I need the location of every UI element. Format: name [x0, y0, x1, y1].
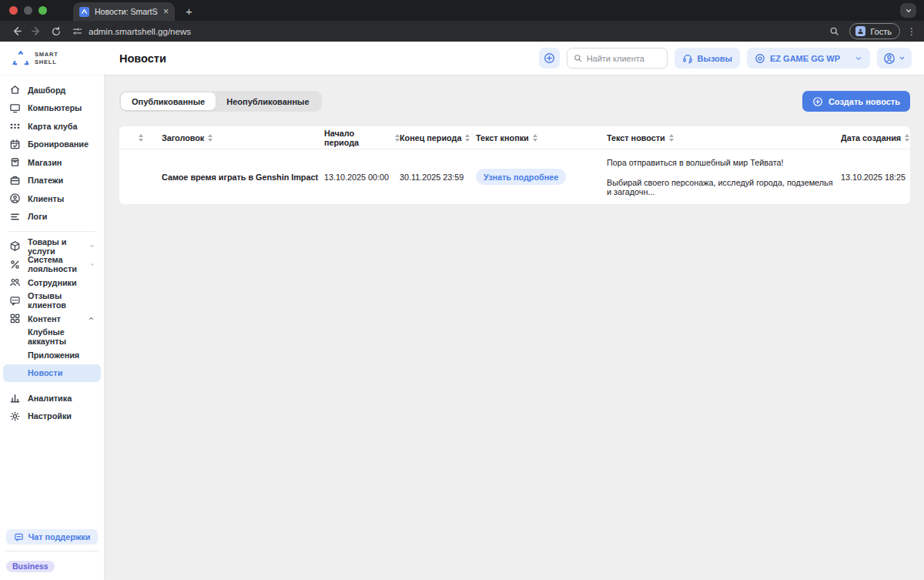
- tab-published[interactable]: Опубликованные: [121, 92, 216, 110]
- url-text: admin.smartshell.gg/news: [89, 27, 191, 36]
- minimize-window-button[interactable]: [24, 6, 32, 15]
- news-title: Самое время играть в Genshin Impact: [162, 173, 324, 182]
- sidebar-item-news[interactable]: Новости: [3, 364, 101, 383]
- maximize-window-button[interactable]: [38, 6, 47, 15]
- tab-unpublished[interactable]: Неопубликованные: [216, 92, 320, 110]
- sidebar-item-payments[interactable]: Платежи: [3, 172, 101, 190]
- staff-icon: [9, 277, 21, 288]
- sidebar-divider: [5, 551, 99, 552]
- browser-menu-icon[interactable]: ⋮: [907, 26, 916, 37]
- chevron-down-icon: [899, 55, 906, 62]
- profile-label: Гость: [870, 27, 892, 36]
- logo-text: SMARTSHELL: [35, 51, 59, 66]
- club-map-icon: [9, 120, 21, 132]
- support-chat-button[interactable]: Чат поддержки: [6, 529, 98, 545]
- smartshell-logo[interactable]: SMARTSHELL: [0, 51, 104, 66]
- club-selector[interactable]: EZ GAME GG WP: [747, 48, 870, 69]
- close-window-button[interactable]: [9, 6, 18, 15]
- table-row[interactable]: Самое время играть в Genshin Impact 13.1…: [119, 149, 910, 204]
- column-created-date[interactable]: Дата создания: [841, 133, 910, 142]
- user-menu-button[interactable]: [877, 48, 912, 69]
- logs-icon: [9, 211, 21, 223]
- sidebar-item-analytics[interactable]: Аналитика: [3, 389, 101, 407]
- sidebar-item-loyalty[interactable]: Система лояльности: [3, 256, 101, 274]
- forward-icon[interactable]: [28, 23, 45, 40]
- reload-icon[interactable]: [48, 23, 65, 40]
- sidebar-item-settings[interactable]: Настройки: [3, 407, 101, 426]
- main-content: Опубликованные Неопубликованные Создать …: [104, 75, 924, 580]
- products-icon: [9, 240, 21, 252]
- sidebar-item-clients[interactable]: Клиенты: [3, 189, 101, 208]
- column-sort-image[interactable]: [119, 134, 162, 142]
- sidebar-item-club-accounts[interactable]: Клубные аккаунты: [3, 328, 101, 347]
- chevron-up-icon: [88, 315, 95, 322]
- sidebar-item-club-map[interactable]: Карта клуба: [3, 117, 101, 136]
- sidebar-item-staff[interactable]: Сотрудники: [3, 273, 101, 292]
- zoom-search-icon[interactable]: [825, 23, 842, 40]
- headset-icon: [682, 53, 693, 64]
- sidebar-item-booking[interactable]: Бронирование: [3, 136, 101, 154]
- calls-button[interactable]: Вызовы: [675, 48, 740, 69]
- sidebar-item-logs[interactable]: Логи: [3, 208, 101, 226]
- sidebar-item-computers[interactable]: Компьютеры: [3, 99, 101, 118]
- column-period-end[interactable]: Конец периода: [400, 133, 476, 142]
- browser-profile-button[interactable]: Гость: [849, 23, 900, 39]
- page-title: Новости: [119, 52, 166, 65]
- close-tab-icon[interactable]: ×: [163, 6, 169, 17]
- percent-icon: [9, 259, 21, 270]
- calls-label: Вызовы: [698, 54, 732, 63]
- sidebar-item-dashboard[interactable]: Дашборд: [3, 81, 101, 99]
- table-header-row: Заголовок Начало периода Конец периода Т…: [119, 126, 910, 149]
- sidebar-item-shop[interactable]: Магазин: [3, 153, 101, 172]
- app-header: SMARTSHELL Новости Вызовы EZ GAME GG WP: [0, 42, 924, 75]
- window-controls[interactable]: [0, 0, 56, 21]
- clients-icon: [9, 193, 21, 204]
- create-news-button[interactable]: Создать новость: [802, 91, 910, 112]
- payments-icon: [9, 175, 21, 186]
- sidebar: Дашборд Компьютеры Карта клуба Бронирова…: [0, 75, 104, 580]
- client-search-input[interactable]: [587, 54, 661, 63]
- chevron-down-icon: [90, 261, 95, 268]
- column-button-text[interactable]: Текст кнопки: [476, 133, 607, 142]
- news-text: Пора отправиться в волшебный мир Тейвата…: [607, 158, 841, 196]
- quick-add-button[interactable]: [539, 48, 560, 69]
- sidebar-item-content[interactable]: Контент: [3, 310, 101, 328]
- site-settings-icon[interactable]: [72, 26, 82, 36]
- sidebar-item-applications[interactable]: Приложения: [3, 346, 101, 364]
- user-circle-icon: [883, 52, 896, 65]
- news-period-end: 30.11.2025 23:59: [400, 173, 476, 182]
- sidebar-item-reviews[interactable]: Отзывы клиентов: [3, 292, 101, 310]
- news-button-text-badge: Узнать подробнее: [476, 169, 566, 185]
- news-created-date: 13.10.2025 18:25: [841, 173, 910, 182]
- club-selector-value: EZ GAME GG WP: [770, 54, 840, 63]
- column-title[interactable]: Заголовок: [162, 133, 324, 142]
- monitor-icon: [9, 102, 21, 114]
- chevron-down-icon: [89, 243, 95, 250]
- browser-tab-bar: Новости: SmartShell × +: [0, 0, 924, 21]
- column-news-text[interactable]: Текст новости: [607, 133, 841, 142]
- tab-title: Новости: SmartShell: [95, 7, 158, 16]
- chevron-down-icon: [855, 55, 862, 62]
- back-icon[interactable]: [8, 23, 25, 40]
- chat-icon: [14, 532, 24, 542]
- gear-icon: [9, 411, 21, 422]
- reviews-icon: [9, 295, 21, 307]
- new-tab-button[interactable]: +: [186, 5, 192, 18]
- browser-url-bar: admin.smartshell.gg/news Гость ⋮: [0, 21, 924, 42]
- browser-tab[interactable]: Новости: SmartShell ×: [73, 2, 175, 21]
- news-table: Заголовок Начало периода Конец периода Т…: [119, 126, 910, 204]
- client-search[interactable]: [567, 48, 668, 69]
- address-bar[interactable]: admin.smartshell.gg/news: [72, 23, 822, 39]
- sidebar-item-products-services[interactable]: Товары и услуги: [3, 237, 101, 256]
- publication-tabs: Опубликованные Неопубликованные: [119, 91, 322, 112]
- plan-badge: Business: [6, 561, 55, 572]
- column-period-start[interactable]: Начало периода: [324, 129, 400, 147]
- location-pin-icon: [755, 53, 765, 64]
- profile-avatar-icon: [855, 26, 865, 36]
- chrome-collapse-chevron-icon[interactable]: [900, 3, 916, 18]
- smartshell-logo-icon: [12, 51, 29, 66]
- home-icon: [9, 84, 21, 96]
- news-period-start: 13.10.2025 00:00: [324, 173, 400, 182]
- shop-icon: [9, 156, 21, 168]
- sidebar-divider: [9, 231, 95, 232]
